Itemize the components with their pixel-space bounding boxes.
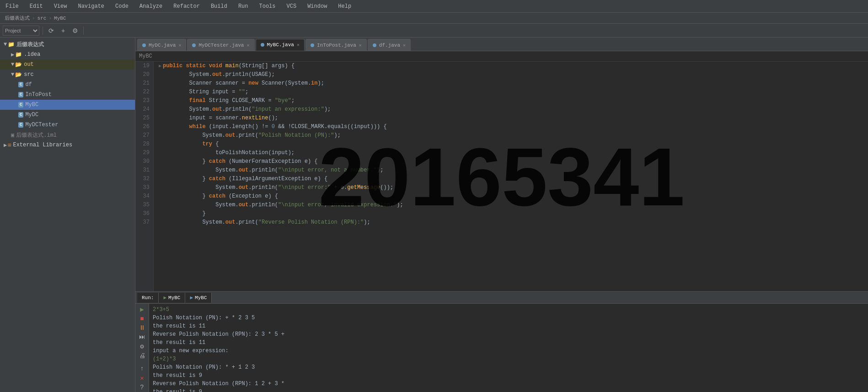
menu-code[interactable]: Code [113, 2, 130, 11]
console-output[interactable]: 2*3+5 Polish Notation (PN): + * 2 3 5 th… [149, 304, 868, 392]
tree-item-df[interactable]: C df [0, 80, 135, 90]
menu-run[interactable]: Run [236, 2, 250, 11]
run-tab-mybc-2[interactable]: ▶ MyBC [185, 293, 212, 303]
close-icon[interactable]: ✕ [178, 43, 181, 48]
line-num: 20 [139, 70, 150, 79]
editor-label-text: MyBC [139, 53, 152, 59]
line-num: 23 [139, 97, 150, 105]
tree-item-mydc[interactable]: C MyDC [0, 110, 135, 120]
code-content[interactable]: ▶ public static void main(String[] args)… [154, 62, 868, 291]
java-file-icon: C [18, 82, 23, 87]
close-icon[interactable]: ✕ [246, 43, 249, 48]
tab-mybc[interactable]: MyBC.java ✕ [256, 39, 305, 51]
folder-icon: 📁 [15, 51, 22, 58]
java-file-icon: C [18, 92, 23, 97]
run-print-button[interactable]: 🖨 [138, 352, 147, 360]
title-bar: File Edit View Navigate Code Analyze Ref… [0, 0, 868, 13]
keyword: void [209, 62, 222, 70]
tree-item-idea[interactable]: ▶ 📁 .idea [0, 49, 135, 59]
menu-vcs[interactable]: VCS [285, 2, 299, 11]
settings-button[interactable]: ⚙ [70, 26, 80, 36]
tree-item-root[interactable]: ▼ 📁 后缀表达式 [0, 39, 135, 49]
sidebar: ▼ 📁 后缀表达式 ▶ 📁 .idea ▼ 📂 out [0, 38, 135, 392]
run-settings-button[interactable]: ⚙ [138, 343, 147, 350]
tree-item-label: out [24, 61, 34, 68]
project-selector[interactable]: Project [3, 26, 39, 36]
java-file-icon: C [18, 122, 23, 128]
project-tree: ▼ 📁 后缀表达式 ▶ 📁 .idea ▼ 📂 out [0, 38, 135, 392]
folder-icon: 📁 [8, 41, 15, 48]
menu-tools[interactable]: Tools [257, 2, 278, 11]
java-dot-icon [192, 43, 196, 47]
breadcrumb-part-1[interactable]: src [38, 16, 47, 21]
menu-edit[interactable]: Edit [28, 2, 45, 11]
add-button[interactable]: + [58, 26, 68, 36]
tab-mydc[interactable]: MyDC.java ✕ [137, 39, 186, 51]
tree-item-mybc[interactable]: C MyBC [0, 100, 135, 110]
close-icon[interactable]: ✕ [297, 42, 300, 48]
tree-item-out[interactable]: ▼ 📂 out [0, 59, 135, 70]
run-resume-button[interactable]: ⏭ [138, 333, 147, 341]
ide-wrapper: File Edit View Navigate Code Analyze Ref… [0, 0, 868, 392]
menu-analyze[interactable]: Analyze [138, 2, 164, 11]
tree-item-src[interactable]: ▼ 📂 src [0, 70, 135, 80]
console-line: Polish Notation (PN): * + 1 2 3 [153, 363, 864, 371]
tab-bar: MyDC.java ✕ MyDCTester.java ✕ MyBC.java … [135, 38, 868, 51]
tab-mydctester[interactable]: MyDCTester.java ✕ [187, 39, 254, 51]
menu-file[interactable]: File [4, 2, 21, 11]
menu-build[interactable]: Build [209, 2, 229, 11]
console-line: Reverse Polish Notation (RPN): 1 2 + 3 * [153, 380, 864, 388]
main-area: ▼ 📁 后缀表达式 ▶ 📁 .idea ▼ 📂 out [0, 38, 868, 392]
line-num: 29 [139, 149, 150, 157]
line-num: 32 [139, 175, 150, 183]
tree-item-label: 后缀表达式 [16, 41, 44, 48]
tree-item-extlibs[interactable]: ▶ ⊞ External Libraries [0, 140, 135, 150]
run-tab-label: MyBC [168, 295, 180, 301]
tree-item-mydctester[interactable]: C MyDCTester [0, 120, 135, 130]
line-num: 37 [139, 218, 150, 227]
code-line-26: while (input.length() != 0 && !CLOSE_MAR… [157, 123, 864, 131]
run-help-button[interactable]: ? [138, 384, 147, 391]
line-num: 21 [139, 79, 150, 88]
run-tab-mybc-1[interactable]: ▶ MyBC [159, 293, 185, 303]
code-line-19: ▶ public static void main(String[] args)… [157, 62, 864, 70]
code-editor[interactable]: 20165341 19 20 21 22 23 24 25 26 27 28 2… [135, 62, 868, 291]
gutter-arrow: ▶ [157, 62, 163, 70]
breadcrumb-part-2[interactable]: MyBC [54, 16, 66, 21]
menu-view[interactable]: View [52, 2, 69, 11]
breadcrumb-part-0[interactable]: 后缀表达式 [5, 15, 30, 21]
tree-item-intopost[interactable]: C InToPost [0, 90, 135, 100]
line-num: 30 [139, 157, 150, 166]
iml-file-icon: ▣ [11, 132, 14, 139]
tree-item-iml[interactable]: ▣ 后缀表达式.iml [0, 130, 135, 140]
tree-item-label: MyDCTester [25, 122, 58, 128]
close-icon[interactable]: ✕ [403, 43, 406, 48]
line-num: 25 [139, 114, 150, 123]
toolbar: Project ⟳ + ⚙ [0, 24, 868, 38]
tab-intopost[interactable]: InToPost.java ✕ [305, 39, 367, 51]
tab-df[interactable]: df.java ✕ [368, 39, 411, 51]
console-line: input a new expression: [153, 347, 864, 355]
menu-refactor[interactable]: Refactor [171, 2, 202, 11]
run-pause-button[interactable]: ⏸ [138, 324, 147, 332]
tree-item-label: .idea [24, 51, 40, 58]
run-tab-label: MyBC [195, 295, 207, 301]
run-up-button[interactable]: ↑ [138, 365, 147, 372]
run-close-button[interactable]: ✕ [138, 374, 147, 382]
sync-button[interactable]: ⟳ [46, 26, 56, 36]
tree-item-label: src [24, 71, 34, 78]
menu-navigate[interactable]: Navigate [76, 2, 106, 11]
close-icon[interactable]: ✕ [359, 43, 362, 48]
run-play-button[interactable]: ▶ [138, 306, 147, 313]
java-file-icon: C [18, 112, 23, 118]
run-stop-button[interactable]: ■ [138, 315, 147, 322]
menu-window[interactable]: Window [305, 2, 329, 11]
console-line: Polish Notation (PN): + * 2 3 5 [153, 314, 864, 322]
menu-bar: File Edit View Navigate Code Analyze Ref… [4, 2, 353, 11]
tree-arrow-icon: ▶ [4, 142, 7, 149]
console-line: (1+2)*3 [153, 355, 864, 363]
run-panel: Run: ▶ MyBC ▶ MyBC ▶ ■ [135, 291, 868, 392]
tree-item-label: InToPost [25, 91, 52, 98]
menu-help[interactable]: Help [336, 2, 353, 11]
run-content: ▶ ■ ⏸ ⏭ ⚙ 🖨 ↑ ✕ ? 2*3+5 Polish Notation … [135, 304, 868, 392]
